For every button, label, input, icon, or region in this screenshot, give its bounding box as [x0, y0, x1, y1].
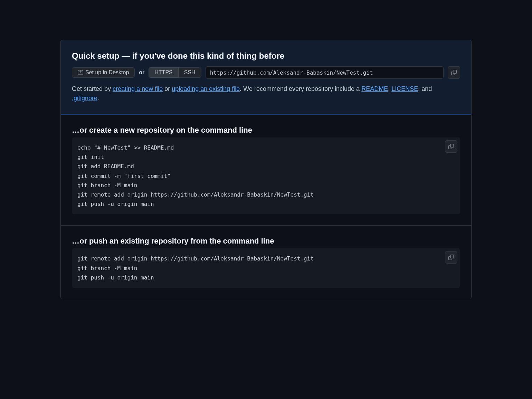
https-button[interactable]: HTTPS: [149, 67, 178, 78]
create-repo-code[interactable]: echo "# NewTest" >> README.md git init g…: [77, 143, 455, 209]
quick-setup-heading: Quick setup — if you've done this kind o…: [72, 51, 460, 61]
setup-description: Get started by creating a new file or up…: [72, 84, 460, 103]
upload-file-link[interactable]: uploading an existing file: [172, 85, 240, 92]
repository-setup-container: Quick setup — if you've done this kind o…: [60, 40, 472, 299]
create-file-link[interactable]: creating a new file: [113, 85, 163, 92]
setup-in-desktop-button[interactable]: Set up in Desktop: [72, 67, 135, 78]
desktop-download-icon: [78, 70, 83, 75]
create-repo-codeblock: echo "# NewTest" >> README.md git init g…: [72, 137, 460, 214]
copy-icon: [451, 70, 457, 75]
protocol-toggle-group: HTTPS SSH: [149, 67, 201, 78]
push-repo-code[interactable]: git remote add origin https://github.com…: [77, 254, 455, 282]
repo-url-input[interactable]: [206, 66, 444, 79]
push-repo-codeblock: git remote add origin https://github.com…: [72, 248, 460, 288]
setup-desktop-label: Set up in Desktop: [85, 69, 129, 76]
gitignore-link[interactable]: .gitignore: [72, 95, 97, 102]
copy-push-code-button[interactable]: [445, 251, 457, 264]
copy-icon: [448, 255, 454, 260]
or-separator: or: [139, 69, 144, 76]
copy-create-code-button[interactable]: [445, 140, 457, 153]
copy-url-button[interactable]: [448, 66, 460, 79]
setup-controls-row: Set up in Desktop or HTTPS SSH: [72, 66, 460, 79]
license-link[interactable]: LICENSE: [391, 85, 418, 92]
quick-setup-panel: Quick setup — if you've done this kind o…: [60, 40, 472, 114]
create-repo-section: …or create a new repository on the comma…: [61, 114, 471, 225]
push-repo-section: …or push an existing repository from the…: [61, 225, 471, 299]
push-repo-heading: …or push an existing repository from the…: [72, 237, 460, 246]
create-repo-heading: …or create a new repository on the comma…: [72, 126, 460, 135]
readme-link[interactable]: README: [361, 85, 388, 92]
ssh-button[interactable]: SSH: [179, 67, 201, 78]
copy-icon: [448, 144, 454, 149]
